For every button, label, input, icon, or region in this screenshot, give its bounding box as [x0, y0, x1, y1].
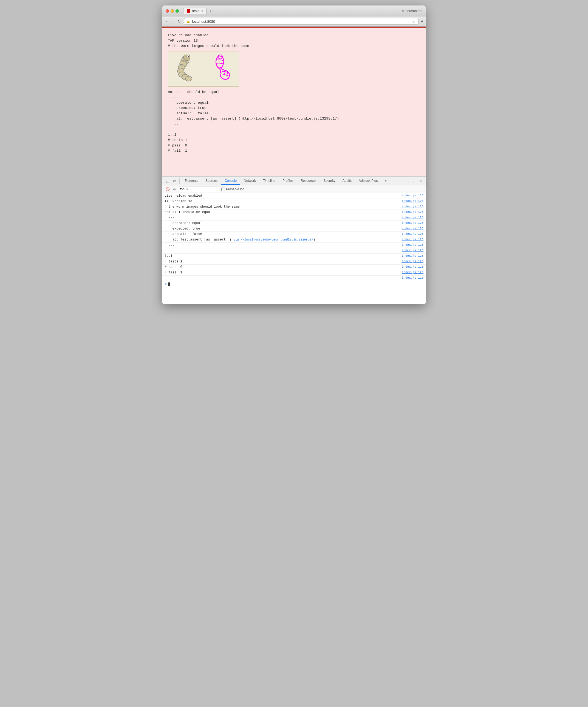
- console-message: 1..1: [165, 254, 402, 258]
- console-input-line[interactable]: >: [162, 281, 426, 288]
- console-source[interactable]: index.js:125: [402, 271, 423, 274]
- console-toolbar: 🚫 ⊘ top ▼ Preserve log: [162, 186, 426, 193]
- preserve-log-label: Preserve log: [226, 187, 244, 191]
- console-message: TAP version 13: [165, 199, 402, 203]
- tab-timeline[interactable]: Timeline: [260, 177, 279, 185]
- console-line: Live reload enabled. index.js:125: [162, 193, 426, 199]
- browser-window: tests × + supercrabtree ‹ › ↻ 🔒 localhos…: [162, 5, 426, 304]
- preserve-log-control[interactable]: Preserve log: [221, 187, 244, 191]
- console-message: not ok 1 should be equal: [165, 210, 402, 214]
- console-message: ---: [165, 216, 402, 220]
- console-source[interactable]: index.js:125: [402, 199, 423, 203]
- tab-sources[interactable]: Sources: [202, 177, 221, 185]
- browser-tab[interactable]: tests ×: [183, 8, 206, 14]
- console-bottom-padding: [162, 288, 426, 304]
- filter-icon: ⊘: [173, 187, 176, 191]
- filter-value: top: [180, 187, 185, 191]
- tab-area: tests × +: [183, 8, 400, 14]
- console-source[interactable]: index.js:125: [402, 243, 423, 246]
- tab-audits[interactable]: Audits: [339, 177, 355, 185]
- console-message: # tests 1: [165, 260, 402, 264]
- console-source[interactable]: index.js:125: [402, 221, 423, 225]
- devtools-icons: ⬚ ▭: [165, 178, 178, 184]
- console-message: # fail 1: [165, 271, 402, 274]
- console-line: --- index.js:125: [162, 215, 426, 221]
- console-line-empty: index.js:125: [162, 248, 426, 254]
- devtools-panel: ⬚ ▭ Elements Sources Console Network Tim…: [162, 176, 426, 304]
- console-source[interactable]: index.js:125: [402, 238, 423, 241]
- console-source[interactable]: index.js:125: [402, 260, 423, 263]
- worm-images-container: [168, 52, 239, 87]
- devtools-toolbar: ⬚ ▭ Elements Sources Console Network Tim…: [162, 177, 426, 186]
- minimize-window-button[interactable]: [171, 9, 174, 12]
- tab-adblock[interactable]: Adblock Plus: [355, 177, 381, 185]
- new-tab-button[interactable]: +: [207, 8, 214, 14]
- bundle-link[interactable]: http://localhost:8080/test-bundle.js:132…: [232, 238, 313, 241]
- address-bar[interactable]: 🔒 localhost:8080 ☆: [184, 18, 418, 25]
- reload-button[interactable]: ↻: [176, 19, 182, 24]
- worm-image-natural: [170, 54, 200, 84]
- console-message: operator: equal: [165, 221, 402, 225]
- console-line: # pass 0 index.js:125: [162, 265, 426, 270]
- console-source[interactable]: index.js:125: [402, 216, 423, 219]
- console-message: at: Test.assert [as _assert] (http://loc…: [165, 238, 402, 242]
- preserve-log-checkbox[interactable]: [221, 188, 225, 191]
- nav-bar: ‹ › ↻ 🔒 localhost:8080 ☆ ≡: [162, 16, 426, 27]
- console-line: not ok 1 should be equal index.js:125: [162, 210, 426, 215]
- console-message: # the worm images should look the same: [165, 205, 402, 209]
- main-content: Live reload enabled. TAP version 13 # th…: [162, 28, 426, 176]
- console-source[interactable]: index.js:125: [402, 254, 423, 258]
- worm-magenta-svg: [207, 55, 235, 83]
- tab-favicon: [187, 9, 190, 12]
- bookmark-icon[interactable]: ☆: [413, 19, 416, 24]
- console-source[interactable]: index.js:125: [402, 265, 423, 268]
- output-remaining: not ok 1 should be equal --- operator: e…: [168, 90, 420, 154]
- console-message: actual: false: [165, 232, 402, 236]
- console-message: expected: true: [165, 227, 402, 231]
- tab-security[interactable]: Security: [320, 177, 338, 185]
- svg-point-9: [188, 56, 189, 57]
- console-message: ...: [165, 243, 402, 247]
- devtools-close-button[interactable]: ×: [418, 178, 423, 184]
- console-source[interactable]: index.js:125: [402, 210, 423, 214]
- console-source[interactable]: index.js:125: [402, 194, 423, 197]
- console-source[interactable]: index.js:125: [402, 205, 423, 208]
- forward-button[interactable]: ›: [171, 19, 174, 24]
- clear-console-button[interactable]: 🚫: [165, 187, 171, 192]
- output-line-1: Live reload enabled. TAP version 13 # th…: [168, 33, 420, 49]
- devtools-options-button[interactable]: ⋮: [410, 178, 417, 184]
- console-prompt-symbol: >: [165, 282, 167, 287]
- inspect-element-button[interactable]: ⬚: [165, 178, 171, 184]
- tab-network[interactable]: Network: [240, 177, 259, 185]
- close-window-button[interactable]: [166, 9, 169, 12]
- console-line: operator: equal index.js:125: [162, 221, 426, 226]
- console-source[interactable]: index.js:125: [402, 232, 423, 236]
- console-line: # tests 1 index.js:125: [162, 259, 426, 265]
- console-line: 1..1 index.js:125: [162, 254, 426, 259]
- device-mode-button[interactable]: ▭: [172, 178, 178, 184]
- tab-profiles[interactable]: Profiles: [279, 177, 297, 185]
- filter-input[interactable]: top ▼: [178, 187, 219, 192]
- tab-console[interactable]: Console: [221, 177, 240, 185]
- tab-elements[interactable]: Elements: [181, 177, 202, 185]
- console-message: [165, 276, 402, 280]
- address-url: localhost:8080: [192, 20, 411, 24]
- console-line-empty2: index.js:125: [162, 276, 426, 281]
- menu-icon[interactable]: ≡: [421, 19, 423, 24]
- tab-close-button[interactable]: ×: [201, 10, 203, 12]
- svg-point-16: [221, 56, 222, 57]
- more-tabs-button[interactable]: »: [382, 177, 390, 185]
- console-source[interactable]: index.js:125: [402, 249, 423, 252]
- back-button[interactable]: ‹: [165, 19, 169, 24]
- console-source[interactable]: index.js:125: [402, 227, 423, 230]
- svg-point-6: [186, 76, 192, 81]
- console-message: [165, 249, 402, 252]
- console-cursor: [168, 282, 170, 286]
- worm-image-magenta: [206, 54, 236, 84]
- console-line-with-link: at: Test.assert [as _assert] (http://loc…: [162, 237, 426, 243]
- maximize-window-button[interactable]: [175, 9, 179, 12]
- filter-dropdown-arrow[interactable]: ▼: [186, 188, 189, 191]
- console-message: # pass 0: [165, 265, 402, 269]
- console-source[interactable]: index.js:125: [402, 276, 423, 279]
- tab-resources[interactable]: Resources: [297, 177, 320, 185]
